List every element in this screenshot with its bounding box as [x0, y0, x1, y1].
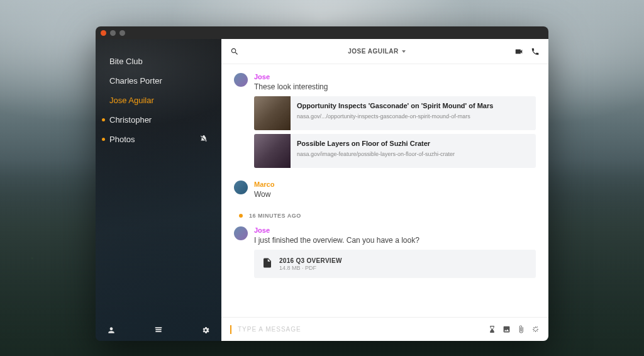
time-divider-dot-icon	[239, 214, 243, 218]
image-icon[interactable]	[502, 325, 511, 333]
sidebar-item-christopher[interactable]: Christopher	[96, 110, 221, 130]
sidebar-item-label: Christopher	[109, 115, 152, 125]
sidebar-item-bite-club[interactable]: Bite Club	[96, 52, 221, 71]
file-name: 2016 Q3 OVERVIEW	[279, 257, 342, 264]
message-content: Marco Wow	[254, 181, 536, 204]
chat-body: Jose These look interesting Opportunity …	[221, 64, 548, 317]
chat-title: JOSE AGUILAR	[348, 48, 399, 55]
voice-call-icon[interactable]	[531, 47, 540, 56]
link-url: nasa.gov/image-feature/possible-layers-o…	[297, 151, 455, 157]
window-maximize-button[interactable]	[119, 30, 125, 36]
sidebar-item-label: Jose Aguilar	[109, 96, 154, 105]
sender-name: Jose	[254, 226, 536, 234]
archive-icon[interactable]	[154, 326, 163, 335]
search-icon[interactable]	[230, 47, 239, 56]
message-input[interactable]	[238, 326, 482, 333]
avatar[interactable]	[234, 181, 248, 194]
avatar[interactable]	[234, 73, 248, 87]
message-group: Jose I just finished the overview. Can y…	[234, 226, 536, 278]
avatar[interactable]	[234, 226, 248, 240]
window-titlebar	[96, 26, 548, 39]
message-text: These look interesting	[254, 82, 536, 91]
sidebar-item-label: Photos	[109, 135, 135, 144]
chevron-down-icon	[402, 50, 406, 53]
timer-icon[interactable]	[488, 325, 496, 333]
conversation-list: Bite Club Charles Porter Jose Aguilar Ch…	[96, 39, 221, 320]
file-attachment-card[interactable]: 2016 Q3 OVERVIEW 14.8 MB · PDF	[254, 250, 536, 278]
message-text: I just finished the overview. Can you ha…	[254, 236, 536, 245]
settings-icon[interactable]	[201, 326, 210, 335]
contacts-icon[interactable]	[107, 326, 116, 335]
message-group: Jose These look interesting Opportunity …	[234, 73, 536, 172]
unread-indicator-icon	[102, 118, 105, 121]
link-thumbnail	[254, 134, 291, 168]
attachment-icon[interactable]	[517, 325, 525, 333]
link-preview-card[interactable]: Opportunity Inspects 'Gasconade' on 'Spi…	[254, 96, 536, 130]
link-title: Opportunity Inspects 'Gasconade' on 'Spi…	[297, 101, 493, 111]
message-content: Jose These look interesting Opportunity …	[254, 73, 536, 172]
app-body: Bite Club Charles Porter Jose Aguilar Ch…	[96, 39, 548, 341]
chat-title-dropdown[interactable]: JOSE AGUILAR	[247, 48, 507, 55]
sidebar-item-jose-aguilar[interactable]: Jose Aguilar	[96, 91, 221, 110]
file-meta: 14.8 MB · PDF	[279, 265, 342, 271]
link-thumbnail	[254, 96, 291, 130]
sidebar: Bite Club Charles Porter Jose Aguilar Ch…	[96, 39, 221, 341]
time-divider-label: 16 MINUTES AGO	[249, 213, 301, 219]
sidebar-item-label: Bite Club	[109, 57, 143, 66]
sidebar-item-label: Charles Porter	[109, 76, 162, 86]
chat-header: JOSE AGUILAR	[221, 39, 548, 64]
message-group: Marco Wow	[234, 181, 536, 204]
message-text: Wow	[254, 190, 536, 199]
link-preview-card[interactable]: Possible Layers on Floor of Suzhi Crater…	[254, 134, 536, 168]
sidebar-item-charles-porter[interactable]: Charles Porter	[96, 71, 221, 91]
sidebar-item-photos[interactable]: Photos	[96, 130, 221, 149]
link-url: nasa.gov/.../opportunity-inspects-gascon…	[297, 113, 493, 120]
composer	[221, 317, 548, 341]
mute-icon	[200, 135, 208, 144]
link-title: Possible Layers on Floor of Suzhi Crater	[297, 139, 455, 148]
composer-accent-bar	[230, 325, 231, 334]
file-icon	[262, 256, 273, 272]
chat-app-window: Bite Club Charles Porter Jose Aguilar Ch…	[96, 26, 548, 341]
sender-name: Marco	[254, 181, 536, 188]
main-pane: JOSE AGUILAR Jose These look interesting	[221, 39, 548, 341]
window-close-button[interactable]	[101, 30, 106, 36]
sidebar-bottom-bar	[96, 320, 221, 341]
time-divider: 16 MINUTES AGO	[234, 213, 536, 219]
unread-indicator-icon	[102, 138, 105, 141]
more-actions-icon[interactable]	[531, 325, 540, 333]
video-call-icon[interactable]	[514, 47, 523, 56]
window-minimize-button[interactable]	[110, 30, 116, 36]
message-content: Jose I just finished the overview. Can y…	[254, 226, 536, 278]
sender-name: Jose	[254, 73, 536, 81]
